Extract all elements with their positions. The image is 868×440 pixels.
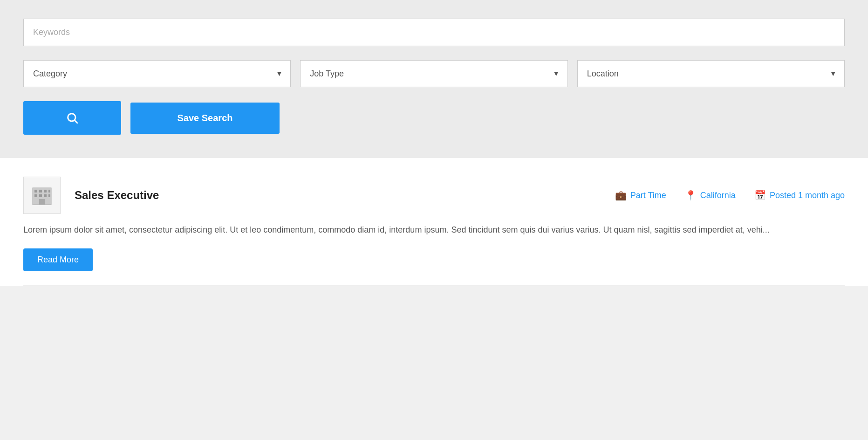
svg-rect-7 [48, 190, 50, 192]
svg-rect-6 [44, 190, 47, 192]
posted-label: Posted 1 month ago [770, 191, 845, 200]
svg-rect-5 [39, 190, 42, 192]
read-more-button[interactable]: Read More [23, 248, 93, 271]
svg-rect-11 [48, 194, 50, 197]
location-icon: 📍 [685, 190, 697, 201]
svg-rect-9 [39, 194, 42, 197]
svg-line-1 [75, 120, 77, 123]
company-logo [23, 177, 61, 214]
keywords-row [23, 19, 845, 46]
svg-rect-8 [34, 194, 37, 197]
results-section: Sales Executive 💼 Part Time 📍 California… [0, 158, 868, 286]
job-meta: 💼 Part Time 📍 California 📅 Posted 1 mont… [615, 190, 845, 201]
keywords-input[interactable] [23, 19, 845, 46]
job-type-meta: 💼 Part Time [615, 190, 666, 201]
location-label: California [700, 191, 736, 200]
job-title: Sales Executive [75, 189, 601, 202]
job-type-label: Part Time [630, 191, 666, 200]
filters-row: Category IT Finance Marketing Engineerin… [23, 60, 845, 87]
search-icon [66, 111, 79, 124]
category-select[interactable]: Category IT Finance Marketing Engineerin… [23, 60, 291, 87]
calendar-icon: 📅 [754, 190, 766, 201]
job-card: Sales Executive 💼 Part Time 📍 California… [23, 158, 845, 286]
search-section: Category IT Finance Marketing Engineerin… [0, 0, 868, 158]
building-icon [31, 184, 53, 206]
posted-meta: 📅 Posted 1 month ago [754, 190, 845, 201]
save-search-button[interactable]: Save Search [130, 103, 280, 134]
location-wrapper: Location California New York Texas Flori… [577, 60, 845, 87]
buttons-row: Save Search [23, 101, 845, 135]
location-meta: 📍 California [685, 190, 736, 201]
job-header: Sales Executive 💼 Part Time 📍 California… [23, 177, 845, 214]
svg-rect-10 [44, 194, 47, 197]
category-wrapper: Category IT Finance Marketing Engineerin… [23, 60, 291, 87]
search-button[interactable] [23, 101, 121, 135]
location-select[interactable]: Location California New York Texas Flori… [577, 60, 845, 87]
briefcase-icon: 💼 [615, 190, 627, 201]
job-description: Lorem ipsum dolor sit amet, consectetur … [23, 223, 845, 237]
svg-rect-12 [39, 199, 45, 205]
svg-rect-4 [34, 190, 37, 192]
job-type-wrapper: Job Type Full Time Part Time Freelance C… [300, 60, 567, 87]
svg-point-0 [68, 114, 75, 121]
job-type-select[interactable]: Job Type Full Time Part Time Freelance C… [300, 60, 567, 87]
